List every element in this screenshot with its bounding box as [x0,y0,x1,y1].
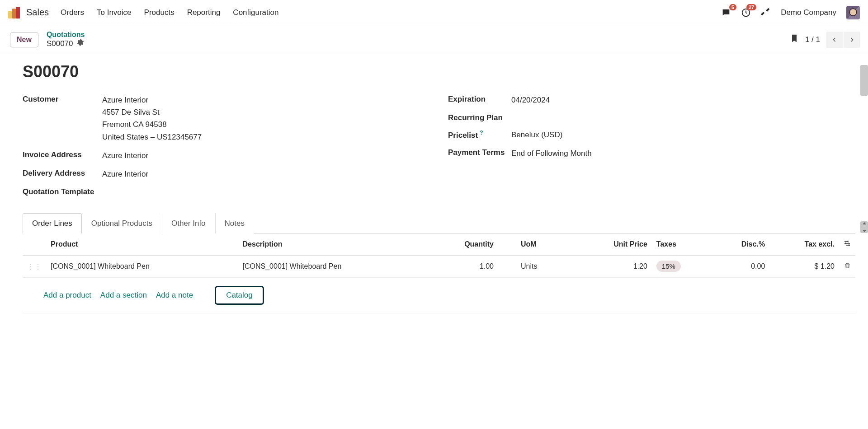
messages-button[interactable]: 5 [721,8,731,18]
drag-handle-icon[interactable]: ⋮⋮ [23,256,46,278]
breadcrumb: Quotations S00070 [47,31,85,48]
user-avatar[interactable] [846,6,860,19]
add-note-link[interactable]: Add a note [156,291,193,300]
recurring-plan-label: Recurring Plan [448,112,511,122]
customer-country: United States – US12345677 [102,131,202,143]
gear-icon [77,39,84,46]
action-bar: New Quotations S00070 1 / 1 [0,25,868,54]
cell-unit-price[interactable]: 1.20 [576,256,652,278]
col-quantity[interactable]: Quantity [430,233,498,256]
payment-terms-value[interactable]: End of Following Month [511,147,592,159]
tab-other-info[interactable]: Other Info [162,213,215,233]
debug-button[interactable] [761,7,771,18]
col-product[interactable]: Product [46,233,238,256]
main-menu: Orders To Invoice Products Reporting Con… [61,8,278,17]
customer-name: Azure Interior [102,94,202,106]
expiration-label: Expiration [448,94,511,104]
tab-order-lines[interactable]: Order Lines [23,213,82,233]
expiration-value[interactable]: 04/20/2024 [511,94,550,106]
top-nav: Sales Orders To Invoice Products Reporti… [0,0,868,25]
optional-columns-button[interactable] [844,241,851,248]
order-lines-table: Product Description Quantity UoM Unit Pr… [23,233,855,278]
menu-configuration[interactable]: Configuration [233,8,278,17]
menu-to-invoice[interactable]: To Invoice [97,8,132,17]
customer-street: 4557 De Silva St [102,106,202,118]
table-row[interactable]: ⋮⋮ [CONS_0001] Whiteboard Pen [CONS_0001… [23,256,855,278]
chevron-left-icon [832,37,837,43]
menu-reporting[interactable]: Reporting [187,8,221,17]
col-tax-excl[interactable]: Tax excl. [769,233,839,256]
cell-description[interactable]: [CONS_0001] Whiteboard Pen [238,256,430,278]
invoice-address-label: Invoice Address [23,149,102,159]
form-view: S00070 Customer Azure Interior 4557 De S… [0,54,868,313]
cell-quantity[interactable]: 1.00 [430,256,498,278]
messages-badge: 5 [729,4,736,10]
cell-tax-excl: $ 1.20 [769,256,839,278]
pager-next-button[interactable] [844,32,860,48]
record-actions-button[interactable] [77,39,84,48]
quotation-template-label: Quotation Template [23,187,102,196]
delivery-address-label: Delivery Address [23,168,102,178]
tax-chip[interactable]: 15% [656,261,681,272]
company-switcher[interactable]: Demo Company [781,8,836,17]
pager-text[interactable]: 1 / 1 [805,35,820,44]
activities-button[interactable]: 27 [741,8,751,18]
col-disc[interactable]: Disc.% [711,233,769,256]
breadcrumb-current: S00070 [47,39,73,48]
breadcrumb-parent[interactable]: Quotations [47,31,85,39]
add-section-link[interactable]: Add a section [100,291,147,300]
tab-notes[interactable]: Notes [215,213,254,233]
tab-bar: Order Lines Optional Products Other Info… [23,213,855,233]
add-row-actions: Add a product Add a section Add a note C… [23,278,855,313]
col-uom[interactable]: UoM [498,233,576,256]
pricelist-help-icon[interactable]: ? [480,130,483,136]
catalog-button[interactable]: Catalog [215,286,264,305]
customer-city: Fremont CA 94538 [102,118,202,131]
add-product-link[interactable]: Add a product [43,291,91,300]
bookmark-icon[interactable] [790,33,799,47]
delete-row-button[interactable] [844,263,851,270]
tab-optional-products[interactable]: Optional Products [82,213,162,233]
activities-badge: 27 [746,4,756,10]
col-description[interactable]: Description [238,233,430,256]
menu-products[interactable]: Products [144,8,175,17]
app-logo-icon[interactable] [8,7,20,19]
delivery-address-value[interactable]: Azure Interior [102,168,148,180]
tools-icon [761,7,771,17]
customer-value[interactable]: Azure Interior 4557 De Silva St Fremont … [102,94,202,143]
cell-uom[interactable]: Units [498,256,576,278]
cell-disc[interactable]: 0.00 [711,256,769,278]
invoice-address-value[interactable]: Azure Interior [102,149,148,162]
menu-orders[interactable]: Orders [61,8,84,17]
col-unit-price[interactable]: Unit Price [576,233,652,256]
payment-terms-label: Payment Terms [448,147,511,157]
pricelist-value[interactable]: Benelux (USD) [511,129,562,141]
cell-product[interactable]: [CONS_0001] Whiteboard Pen [46,256,238,278]
document-title: S00070 [23,62,855,81]
cell-taxes[interactable]: 15% [652,256,712,278]
sliders-icon [844,240,851,247]
chevron-right-icon [849,37,854,43]
new-button[interactable]: New [10,32,38,47]
pager-prev-button[interactable] [826,32,843,48]
col-taxes[interactable]: Taxes [652,233,712,256]
pricelist-label: Pricelist? [448,129,511,140]
customer-label: Customer [23,94,102,104]
trash-icon [844,262,851,269]
app-title[interactable]: Sales [26,7,49,18]
